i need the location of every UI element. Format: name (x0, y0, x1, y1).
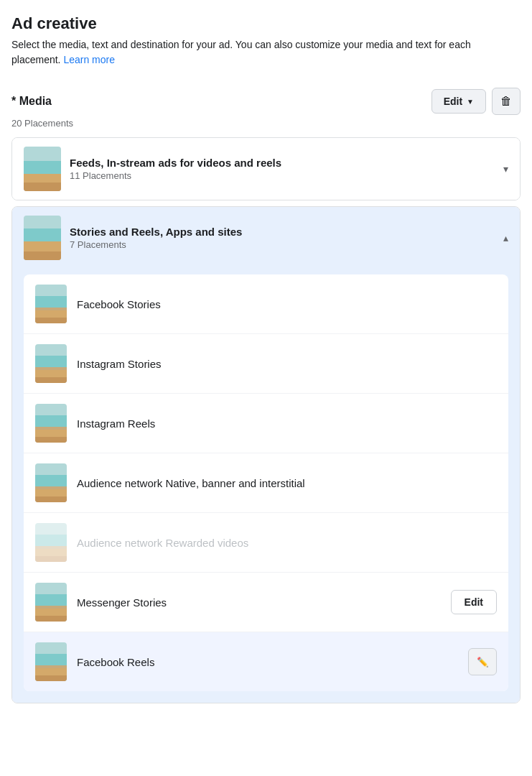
svg-rect-14 (35, 318, 67, 323)
list-item: Instagram Stories (24, 334, 508, 394)
svg-rect-13 (35, 310, 67, 318)
svg-rect-3 (24, 174, 61, 183)
learn-more-link[interactable]: Learn more (63, 54, 115, 65)
svg-rect-17 (35, 356, 67, 367)
instagram-reels-label: Instagram Reels (77, 417, 497, 430)
svg-rect-28 (35, 489, 67, 496)
facebook-stories-label: Facebook Stories (77, 298, 497, 310)
feeds-group-info: Feeds, In-stream ads for videos and reel… (70, 157, 498, 181)
instagram-stories-thumb (35, 344, 67, 383)
svg-rect-38 (35, 609, 67, 616)
audience-native-thumb (35, 463, 67, 502)
svg-rect-33 (35, 549, 67, 556)
messenger-stories-edit-button[interactable]: Edit (451, 590, 497, 614)
svg-rect-22 (35, 415, 67, 427)
audience-rewarded-label: Audience network Rewarded videos (77, 537, 497, 549)
svg-rect-8 (24, 241, 61, 251)
svg-rect-24 (35, 437, 67, 443)
list-item: Audience network Native, banner and inte… (24, 453, 508, 513)
svg-rect-2 (24, 161, 61, 174)
feeds-thumb (24, 147, 61, 191)
svg-rect-42 (35, 654, 67, 665)
audience-native-label: Audience network Native, banner and inte… (77, 477, 497, 489)
list-item: Facebook Reels ✏️ (24, 632, 508, 691)
list-item: Instagram Reels (24, 394, 508, 453)
svg-rect-32 (35, 535, 67, 546)
svg-rect-12 (35, 296, 67, 308)
feeds-group-sub: 11 Placements (70, 170, 498, 181)
feeds-group-header[interactable]: Feeds, In-stream ads for videos and reel… (12, 138, 520, 200)
media-actions: Edit ▼ 🗑 (431, 88, 521, 115)
placement-items-inner: Facebook Stories Instagram Stories (24, 274, 508, 691)
stories-thumb (24, 216, 61, 260)
facebook-reels-thumb (35, 642, 67, 681)
list-item: Facebook Stories (24, 274, 508, 334)
svg-rect-34 (35, 556, 67, 562)
media-label: * Media (11, 95, 52, 108)
media-delete-button[interactable]: 🗑 (492, 88, 521, 115)
page-description: Select the media, text and destination f… (11, 37, 521, 68)
stories-group-title: Stories and Reels, Apps and sites (70, 226, 498, 238)
facebook-reels-edit-button[interactable]: ✏️ (468, 648, 497, 675)
feeds-group: Feeds, In-stream ads for videos and reel… (11, 137, 521, 200)
feeds-group-title: Feeds, In-stream ads for videos and reel… (70, 157, 498, 169)
stories-group-info: Stories and Reels, Apps and sites 7 Plac… (70, 226, 498, 250)
messenger-stories-thumb (35, 583, 67, 622)
trash-icon: 🗑 (500, 95, 512, 108)
media-edit-button[interactable]: Edit ▼ (431, 89, 486, 114)
chevron-down-icon: ▼ (467, 98, 474, 106)
stories-chevron-icon: ▴ (503, 232, 508, 244)
page-title: Ad creative (11, 14, 521, 33)
messenger-stories-label: Messenger Stories (77, 596, 451, 609)
stories-group: Stories and Reels, Apps and sites 7 Plac… (11, 206, 521, 703)
svg-rect-23 (35, 430, 67, 437)
media-section: * Media Edit ▼ 🗑 20 Placements (11, 88, 521, 703)
svg-rect-44 (35, 675, 67, 681)
svg-rect-37 (35, 594, 67, 606)
placements-count: 20 Placements (11, 118, 521, 129)
svg-rect-39 (35, 616, 67, 622)
instagram-stories-label: Instagram Stories (77, 358, 497, 370)
stories-group-sub: 7 Placements (70, 239, 498, 250)
svg-rect-27 (35, 475, 67, 486)
svg-rect-18 (35, 370, 67, 377)
facebook-stories-thumb (35, 285, 67, 323)
media-header: * Media Edit ▼ 🗑 (11, 88, 521, 115)
feeds-chevron-icon: ▾ (503, 163, 508, 175)
pencil-icon: ✏️ (477, 657, 489, 668)
svg-rect-43 (35, 668, 67, 675)
instagram-reels-thumb (35, 404, 67, 443)
facebook-reels-label: Facebook Reels (77, 656, 468, 668)
audience-rewarded-thumb (35, 523, 67, 562)
svg-rect-29 (35, 496, 67, 502)
svg-rect-4 (24, 183, 61, 191)
placement-items-container: Facebook Stories Instagram Stories (12, 269, 520, 703)
list-item: Messenger Stories Edit (24, 573, 508, 632)
svg-rect-7 (24, 228, 61, 241)
svg-rect-9 (24, 251, 61, 260)
svg-rect-19 (35, 377, 67, 383)
stories-group-header[interactable]: Stories and Reels, Apps and sites 7 Plac… (12, 207, 520, 269)
list-item: Audience network Rewarded videos (24, 513, 508, 573)
